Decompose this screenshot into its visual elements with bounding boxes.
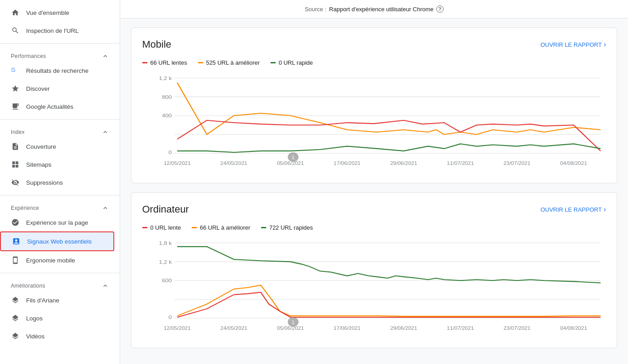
svg-text:1: 1 [292,320,295,324]
svg-text:29/06/2021: 29/06/2021 [390,326,417,331]
sidebar-divider [0,43,120,44]
mobile-icon [11,256,20,265]
mobile-card: Mobile OUVRIR LE RAPPORT › 66 URL lentes… [131,27,617,183]
legend-dot-fast [270,62,276,63]
desktop-chart-svg: 1,8 k 1,2 k 600 0 12/05/2021 24/05/2021 … [142,238,606,337]
sidebar: Vue d'ensemble Inspection de l'URL Perfo… [0,0,120,364]
home-icon [11,8,20,17]
mobile-legend-improve: 525 URL à améliorer [198,59,260,66]
sidebar-item-logos[interactable]: Logos [0,309,114,327]
svg-text:1: 1 [292,155,295,160]
legend-dot-improve [198,62,203,63]
sidebar-item-label: Vue d'ensemble [26,9,69,16]
svg-text:G: G [11,67,15,73]
sidebar-item-inspection-url[interactable]: Inspection de l'URL [0,22,114,40]
desktop-card-title: Ordinateur [142,204,189,215]
sidebar-item-label: Suppressions [26,179,63,186]
svg-text:17/06/2021: 17/06/2021 [334,161,361,166]
svg-text:24/05/2021: 24/05/2021 [220,161,247,166]
desktop-legend: 0 URL lente 66 URL à améliorer 722 URL r… [142,224,606,231]
top-bar: Source : Rapport d'expérience utilisateu… [120,0,628,18]
svg-text:11/07/2021: 11/07/2021 [447,326,474,331]
svg-text:04/08/2021: 04/08/2021 [560,161,587,166]
mobile-legend-fast: 0 URL rapide [270,59,313,66]
sidebar-divider [0,273,120,273]
sidebar-divider [0,119,120,120]
svg-text:24/05/2021: 24/05/2021 [220,326,247,331]
sidebar-item-resultats-recherche[interactable]: G Résultats de recherche [0,62,114,80]
chevron-right-icon: › [604,40,606,49]
sidebar-item-ergonomie-mobile[interactable]: Ergonomie mobile [0,251,114,269]
svg-text:0: 0 [169,150,172,155]
svg-text:23/07/2021: 23/07/2021 [503,326,530,331]
logo-icon [11,314,20,323]
mobile-card-header: Mobile OUVRIR LE RAPPORT › [142,39,606,50]
performances-section-header: Performances [0,47,120,62]
page-experience-icon [11,218,20,227]
svg-text:1,2 k: 1,2 k [159,259,172,265]
sidebar-item-label: Vidéos [26,333,45,340]
sidebar-item-sitemaps[interactable]: Sitemaps [0,155,114,173]
sidebar-item-label: Fils d'Ariane [26,297,59,304]
mobile-chart-svg: 1,2 k 800 400 0 12/05/2021 24/05/2021 05… [142,73,606,172]
sidebar-item-label: Discover [26,85,50,92]
svg-text:1,8 k: 1,8 k [159,240,172,246]
sidebar-divider [0,195,120,195]
sidebar-item-label: Signaux Web essentiels [27,238,92,245]
svg-text:29/06/2021: 29/06/2021 [390,161,417,166]
svg-text:23/07/2021: 23/07/2021 [503,161,530,166]
sidebar-item-google-actualites[interactable]: Google Actualités [0,98,114,115]
sidebar-item-signaux-web[interactable]: Signaux Web essentiels [0,231,114,251]
sidebar-item-label: Google Actualités [26,103,73,110]
svg-text:800: 800 [162,94,172,100]
svg-text:1,2 k: 1,2 k [159,75,172,81]
desktop-legend-slow: 0 URL lente [142,224,181,231]
eye-off-icon [11,178,20,187]
sidebar-item-fils-ariane[interactable]: Fils d'Ariane [0,291,114,309]
source-label: Source : [305,6,326,13]
index-section-header: Index [0,123,120,138]
sidebar-item-label: Ergonomie mobile [26,257,75,264]
sidebar-item-suppressions[interactable]: Suppressions [0,173,114,191]
legend-dot-improve [192,227,197,228]
doc-icon [11,142,20,151]
legend-dot-fast [261,227,266,228]
svg-text:17/06/2021: 17/06/2021 [334,326,361,331]
mobile-legend-slow: 66 URL lentes [142,59,187,66]
sidebar-item-discover[interactable]: Discover [0,80,114,98]
svg-text:04/08/2021: 04/08/2021 [560,326,587,331]
help-icon[interactable]: ? [436,5,444,13]
sidebar-item-couverture[interactable]: Couverture [0,138,114,155]
sidebar-item-experience-page[interactable]: Expérience sur la page [0,213,114,231]
svg-text:400: 400 [162,113,172,119]
sidebar-item-label: Logos [26,315,43,322]
svg-text:11/07/2021: 11/07/2021 [447,161,474,166]
main-content: Source : Rapport d'expérience utilisateu… [120,0,628,364]
desktop-legend-fast: 722 URL rapides [261,224,313,231]
sidebar-item-label: Inspection de l'URL [26,27,79,34]
sidebar-item-vue-ensemble[interactable]: Vue d'ensemble [0,4,114,22]
desktop-chart: 1,8 k 1,2 k 600 0 12/05/2021 24/05/2021 … [142,238,606,337]
mobile-chart: 1,2 k 800 400 0 12/05/2021 24/05/2021 05… [142,73,606,172]
desktop-card-header: Ordinateur OUVRIR LE RAPPORT › [142,204,606,215]
grid-icon [11,160,20,169]
legend-dot-slow [142,62,148,63]
vitals-icon [12,237,21,246]
ameliorations-section-header: Améliorations [0,277,120,291]
sidebar-item-videos[interactable]: Vidéos [0,327,114,345]
source-value: Rapport d'expérience utilisateur Chrome [329,6,434,13]
svg-text:05/06/2021: 05/06/2021 [277,161,304,166]
svg-text:0: 0 [169,315,172,320]
content-area: Mobile OUVRIR LE RAPPORT › 66 URL lentes… [120,18,628,364]
sidebar-item-label: Résultats de recherche [26,67,89,74]
desktop-open-report-link[interactable]: OUVRIR LE RAPPORT › [540,205,606,213]
google-icon: G [11,66,20,75]
experience-section-header: Expérience [0,199,120,213]
svg-text:600: 600 [162,278,172,284]
mobile-open-report-link[interactable]: OUVRIR LE RAPPORT › [540,40,606,49]
desktop-legend-improve: 66 URL à améliorer [192,224,250,231]
search-icon [11,26,20,35]
video-icon [11,332,20,341]
svg-text:05/06/2021: 05/06/2021 [277,326,304,331]
desktop-card: Ordinateur OUVRIR LE RAPPORT › 0 URL len… [131,192,617,348]
